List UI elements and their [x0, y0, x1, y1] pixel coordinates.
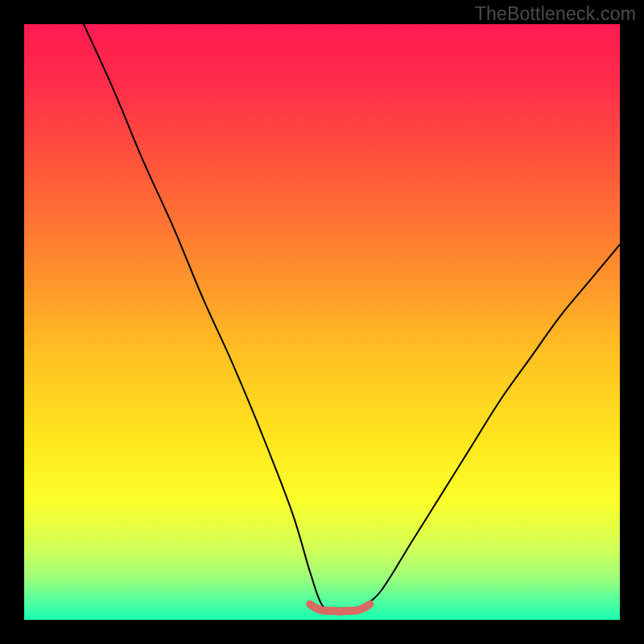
- watermark-text: TheBottleneck.com: [475, 3, 636, 25]
- bottleneck-chart: [24, 24, 620, 620]
- gradient-background: [24, 24, 620, 620]
- chart-frame: TheBottleneck.com: [0, 0, 644, 644]
